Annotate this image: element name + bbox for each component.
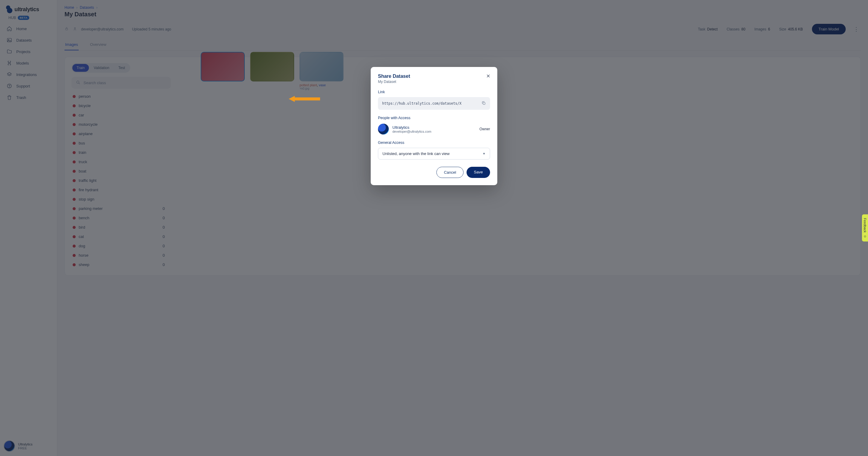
modal-actions: Cancel Save <box>378 167 490 178</box>
share-link-box: https://hub.ultralytics.com/datasets/X <box>378 97 490 110</box>
feedback-label: Feedback <box>863 218 867 232</box>
access-name: Ultralytics <box>393 125 431 130</box>
access-row: Ultralytics developer@ultralytics.com Ow… <box>378 124 490 135</box>
general-access-label: General Access <box>378 141 490 145</box>
general-access-select[interactable]: Unlisted, anyone with the link can view … <box>378 148 490 160</box>
access-email: developer@ultralytics.com <box>393 130 431 133</box>
copy-link-button[interactable] <box>481 101 486 106</box>
svg-rect-7 <box>483 103 485 105</box>
modal-overlay[interactable]: Share Dataset My Dataset Link https://hu… <box>0 0 868 456</box>
annotation-arrow-icon <box>289 96 320 102</box>
share-dataset-modal: Share Dataset My Dataset Link https://hu… <box>371 67 497 185</box>
access-role: Owner <box>479 127 490 131</box>
save-button[interactable]: Save <box>467 167 490 178</box>
modal-title: Share Dataset <box>378 74 490 79</box>
smiley-icon: ☺ <box>863 234 867 238</box>
access-avatar-icon <box>378 124 389 135</box>
people-access-label: People with Access <box>378 116 490 120</box>
cancel-button[interactable]: Cancel <box>436 167 464 178</box>
feedback-tab[interactable]: Feedback ☺ <box>862 215 868 241</box>
share-link-value: https://hub.ultralytics.com/datasets/X <box>382 101 461 106</box>
general-access-value: Unlisted, anyone with the link can view <box>382 151 450 156</box>
caret-down-icon: ▼ <box>483 152 486 155</box>
close-icon <box>486 74 491 78</box>
close-button[interactable] <box>485 73 492 80</box>
link-label: Link <box>378 90 490 94</box>
copy-icon <box>481 101 486 105</box>
modal-subtitle: My Dataset <box>378 80 490 84</box>
